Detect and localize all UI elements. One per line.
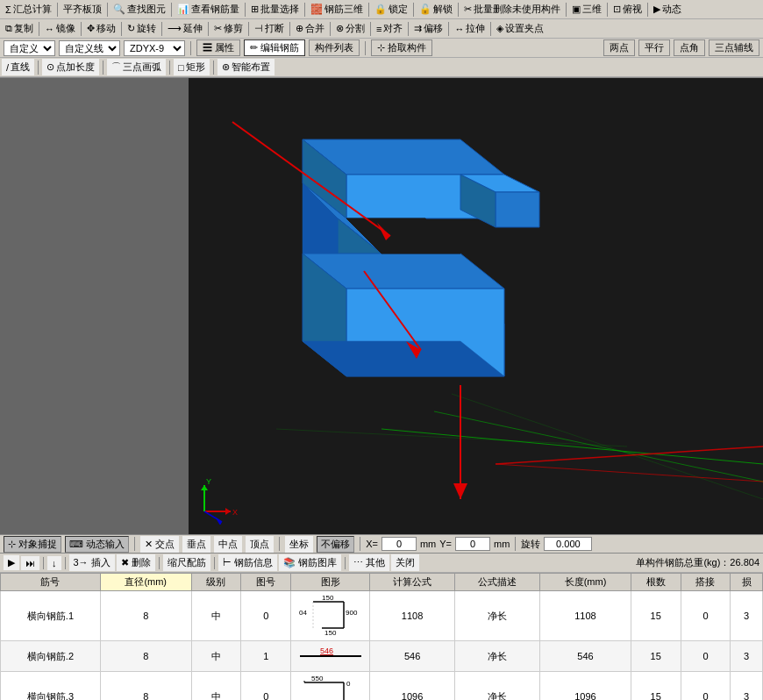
toolbar-row-2: ⧉复制 ↔镜像 ✥移动 ↻旋转 ⟶延伸 ✂修剪 ⊣打断 ⊕合并 ⊗分割 ≡对齐 … xyxy=(0,19,763,39)
sep-t2-2 xyxy=(81,22,82,36)
sep4 xyxy=(245,3,246,17)
shape-svg-2: 546 xyxy=(296,643,366,669)
cell-diam-3[interactable]: 8 xyxy=(100,672,191,701)
unlock-button[interactable]: 🔓解锁 xyxy=(416,1,456,18)
shape-svg-3: 550 0 46 xyxy=(296,674,366,700)
toppoint-button[interactable]: 顶点 xyxy=(246,536,274,553)
play-button[interactable]: ▶ xyxy=(4,555,19,570)
topview-button[interactable]: ⊡俯视 xyxy=(610,1,645,18)
threepts-button[interactable]: 三点辅线 xyxy=(709,39,759,56)
cell-formula-desc-1: 净长 xyxy=(455,591,540,641)
threept-arc-button[interactable]: ⌒三点画弧 xyxy=(107,59,166,75)
copy-button[interactable]: ⧉复制 xyxy=(2,20,37,37)
svg-line-18 xyxy=(452,394,763,499)
intersect-button[interactable]: ✕ 交点 xyxy=(140,536,179,553)
cornerangle-button[interactable]: 点角 xyxy=(674,39,705,56)
findshape-button[interactable]: 🔍查找图元 xyxy=(110,1,169,18)
extend-button[interactable]: ⟶延伸 xyxy=(164,20,206,37)
cell-diam-1[interactable]: 8 xyxy=(100,591,191,641)
break-button[interactable]: ⊣打断 xyxy=(251,20,288,37)
table-row[interactable]: 横向钢筋.3 8 中 0 550 0 46 xyxy=(1,672,763,701)
sep-a2 xyxy=(65,557,66,569)
down-button[interactable]: ↓ xyxy=(47,556,61,570)
props-button[interactable]: ☰ 属性 xyxy=(196,39,240,56)
delete-button[interactable]: ✖ 删除 xyxy=(117,554,155,571)
split-button[interactable]: ⊗分割 xyxy=(332,20,368,37)
svg-marker-27 xyxy=(453,483,467,499)
midpoint-button[interactable]: 中点 xyxy=(214,536,242,553)
table-row[interactable]: 横向钢筋.1 8 中 0 150 900 150 04 xyxy=(1,591,763,641)
animate-button[interactable]: ▶动态 xyxy=(650,1,685,18)
dynamic-input-button[interactable]: ⌨ 动态输入 xyxy=(65,536,129,553)
rebarinfo-button[interactable]: ⊢ 钢筋信息 xyxy=(218,554,277,571)
svg-line-19 xyxy=(276,429,627,446)
x-input[interactable] xyxy=(382,537,417,551)
dynamic-icon: ⌨ xyxy=(69,539,83,549)
rotate-button[interactable]: ↻旋转 xyxy=(124,20,160,37)
sep-t2-1 xyxy=(39,22,39,36)
draw-line-button[interactable]: /直线 xyxy=(2,59,34,75)
other-button[interactable]: ⋯ 其他 xyxy=(349,554,389,571)
midweight-button[interactable]: 垂点 xyxy=(182,536,210,553)
rotate-input[interactable] xyxy=(544,537,592,551)
scaledim-button[interactable]: 缩尺配筋 xyxy=(163,554,210,571)
table-row[interactable]: 横向钢筋.2 8 中 1 546 546 净长 546 15 0 3 xyxy=(1,641,763,672)
3dview-button[interactable]: ▣三维 xyxy=(568,1,605,18)
offset-button[interactable]: ⇉偏移 xyxy=(410,20,446,37)
rect-button[interactable]: □矩形 xyxy=(174,59,210,75)
calc-button[interactable]: Σ汇总计算 xyxy=(2,1,55,18)
trim-button[interactable]: ✂修剪 xyxy=(210,20,246,37)
edit-rebar-button[interactable]: ✏ 编辑钢筋 xyxy=(244,39,305,56)
delete-icon: ✖ xyxy=(121,557,129,568)
svg-text:550: 550 xyxy=(311,675,324,682)
y-input[interactable] xyxy=(455,537,490,551)
cell-overlap-3: 0 xyxy=(681,672,731,701)
pickup-button[interactable]: ⊹ 拾取构件 xyxy=(371,39,432,56)
rebar3d-button[interactable]: 🧱钢筋三维 xyxy=(307,1,367,18)
coord-button[interactable]: 坐标 xyxy=(285,536,313,553)
smart-place-button[interactable]: ⊛智能布置 xyxy=(217,59,275,75)
insert-button[interactable]: 3→ 插入 xyxy=(69,554,115,571)
cell-grade-2: 中 xyxy=(191,641,241,672)
name-select[interactable]: 自定义线 xyxy=(59,40,120,56)
next-button[interactable]: ⏭ xyxy=(21,556,39,570)
batchdel-button[interactable]: ✂批量删除未使用构件 xyxy=(460,1,564,18)
cell-length-3: 1096 xyxy=(540,672,631,701)
batchsel-button[interactable]: ⊞批量选择 xyxy=(247,1,303,18)
cell-formula-desc-2: 净长 xyxy=(455,641,540,672)
type-select[interactable]: 自定义 xyxy=(4,40,55,56)
align-button[interactable]: ≡对齐 xyxy=(373,20,406,37)
y-label: Y= xyxy=(439,539,452,549)
rebarlib-button[interactable]: 📚 钢筋图库 xyxy=(279,554,341,571)
close-button[interactable]: 关闭 xyxy=(391,554,419,571)
cell-overlap-2: 0 xyxy=(681,641,731,672)
nooffset-button[interactable]: 不偏移 xyxy=(317,536,354,553)
setpoint-button[interactable]: ◈设置夹点 xyxy=(493,20,547,37)
merge-button[interactable]: ⊕合并 xyxy=(292,20,328,37)
id-select[interactable]: ZDYX-9 xyxy=(124,40,185,56)
flatboard-button[interactable]: 平齐板顶 xyxy=(60,1,105,18)
twopoints-button[interactable]: 两点 xyxy=(603,39,635,56)
col-shapeno: 图号 xyxy=(241,574,291,591)
cell-length-1: 1108 xyxy=(540,591,631,641)
sep3 xyxy=(171,3,172,17)
cell-diam-2[interactable]: 8 xyxy=(100,641,191,672)
sep-t2-9 xyxy=(370,22,371,36)
mm-x-label: mm xyxy=(420,539,436,549)
edit-icon: ✏ xyxy=(250,42,258,53)
add-length-button[interactable]: ⊙点加长度 xyxy=(42,59,99,75)
sep-t2-5 xyxy=(208,22,209,36)
sep-s2 xyxy=(279,537,280,551)
parallel-button[interactable]: 平行 xyxy=(638,39,670,56)
mirror-button[interactable]: ↔镜像 xyxy=(41,20,79,37)
col-count: 根数 xyxy=(631,574,681,591)
move-button[interactable]: ✥移动 xyxy=(83,20,119,37)
stretch-button[interactable]: ↔拉伸 xyxy=(451,20,488,37)
complist-button[interactable]: 构件列表 xyxy=(309,39,360,56)
3d-viewport[interactable]: X Y xyxy=(0,78,763,534)
viewrebar-button[interactable]: 📊查看钢筋量 xyxy=(174,1,243,18)
lock-button[interactable]: 🔒锁定 xyxy=(371,1,411,18)
snap-button[interactable]: ⊹ 对象捕捉 xyxy=(4,536,61,553)
cell-id-2: 横向钢筋.2 xyxy=(1,641,101,672)
svg-text:04: 04 xyxy=(299,609,307,617)
